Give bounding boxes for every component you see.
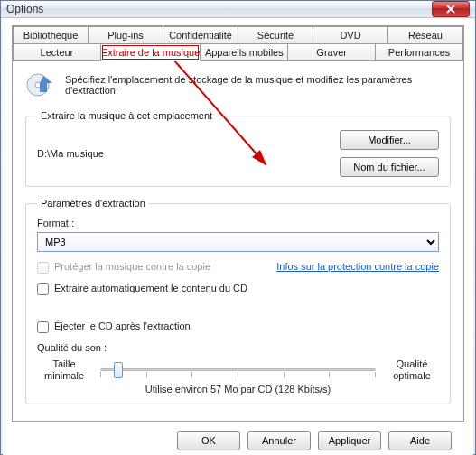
cancel-button[interactable]: Annuler bbox=[247, 431, 311, 450]
tab-lecteur[interactable]: Lecteur bbox=[13, 43, 101, 61]
legend-params: Paramètres d'extraction bbox=[37, 198, 149, 209]
group-location: Extraire la musique à cet emplacement D:… bbox=[25, 110, 451, 187]
tab-row-1: Bibliothèque Plug-ins Confidentialité Sé… bbox=[13, 26, 463, 44]
row-eject: Éjecter le CD après l'extraction bbox=[37, 320, 439, 333]
cd-rip-icon bbox=[25, 70, 56, 101]
tab-confidentialite[interactable]: Confidentialité bbox=[163, 26, 238, 44]
ok-button[interactable]: OK bbox=[177, 431, 240, 450]
slider-thumb[interactable] bbox=[114, 362, 123, 378]
tab-reseau[interactable]: Réseau bbox=[387, 26, 463, 44]
slider-min-label: Tailleminimale bbox=[37, 358, 91, 382]
dialog-body: Bibliothèque Plug-ins Confidentialité Sé… bbox=[3, 18, 473, 455]
checkbox-auto-rip[interactable] bbox=[37, 283, 49, 295]
row-copy-protect: Protéger la musique contre la copie Info… bbox=[37, 261, 439, 274]
tab-bibliotheque[interactable]: Bibliothèque bbox=[13, 26, 89, 44]
quality-section: Qualité du son : Tailleminimale bbox=[37, 342, 439, 395]
format-label: Format : bbox=[37, 218, 439, 228]
row-auto-rip: Extraire automatiquement le contenu du C… bbox=[37, 283, 439, 295]
options-dialog: Options Bibliothèque Plug-ins Confidenti… bbox=[0, 0, 476, 455]
modify-button[interactable]: Modifier... bbox=[340, 130, 439, 150]
link-copy-info[interactable]: Infos sur la protection contre la copie bbox=[276, 261, 439, 272]
help-button[interactable]: Aide bbox=[388, 431, 452, 450]
tab-panel-extraire: Spécifiez l'emplacement de stockage de l… bbox=[13, 61, 463, 421]
rip-path: D:\Ma musique bbox=[37, 148, 340, 159]
tab-plugins[interactable]: Plug-ins bbox=[88, 26, 163, 44]
legend-location: Extraire la musique à cet emplacement bbox=[37, 110, 216, 121]
checkbox-copy-protect bbox=[37, 262, 49, 274]
close-button[interactable] bbox=[432, 1, 470, 17]
label-copy-protect: Protéger la musique contre la copie bbox=[54, 261, 210, 272]
filename-button[interactable]: Nom du fichier... bbox=[340, 157, 439, 177]
format-select[interactable]: MP3 bbox=[37, 232, 439, 252]
tab-row-2: Lecteur Extraire de la musique Appareils… bbox=[13, 43, 463, 61]
header-text: Spécifiez l'emplacement de stockage de l… bbox=[65, 70, 451, 96]
label-eject: Éjecter le CD après l'extraction bbox=[54, 320, 191, 331]
dialog-footer: OK Annuler Appliquer Aide bbox=[12, 422, 464, 455]
label-auto-rip: Extraire automatiquement le contenu du C… bbox=[54, 283, 247, 293]
tab-graver[interactable]: Graver bbox=[287, 43, 376, 61]
group-params: Paramètres d'extraction Format : MP3 Pro… bbox=[25, 198, 451, 404]
tab-appareils-mobiles[interactable]: Appareils mobiles bbox=[200, 43, 288, 61]
header: Spécifiez l'emplacement de stockage de l… bbox=[25, 70, 451, 101]
apply-button[interactable]: Appliquer bbox=[318, 431, 381, 450]
tab-securite[interactable]: Sécurité bbox=[238, 26, 313, 44]
tab-dvd[interactable]: DVD bbox=[313, 26, 388, 44]
checkbox-eject[interactable] bbox=[37, 321, 49, 333]
titlebar: Options bbox=[1, 1, 475, 18]
quality-label: Qualité du son : bbox=[37, 342, 439, 353]
tab-extraire-musique[interactable]: Extraire de la musique bbox=[100, 43, 201, 61]
usage-text: Utilise environ 57 Mo par CD (128 Kbits/… bbox=[37, 384, 439, 395]
quality-slider[interactable] bbox=[100, 359, 376, 381]
window-title: Options bbox=[6, 3, 432, 15]
tab-performances[interactable]: Performances bbox=[375, 43, 463, 61]
slider-max-label: Qualitéoptimale bbox=[385, 358, 439, 382]
close-icon bbox=[446, 5, 455, 14]
tab-container: Bibliothèque Plug-ins Confidentialité Sé… bbox=[12, 25, 464, 422]
